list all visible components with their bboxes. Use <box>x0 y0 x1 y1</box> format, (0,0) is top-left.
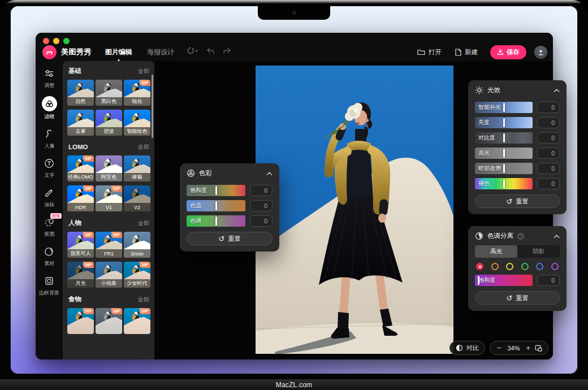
slider-handle[interactable] <box>503 103 505 112</box>
brightness-slider[interactable]: 亮度 <box>475 117 533 128</box>
filter-thumb[interactable]: VIP锐化 <box>124 80 150 106</box>
reset-button[interactable]: ↺重置 <box>475 291 560 305</box>
see-all-link[interactable]: 全部 <box>138 67 149 75</box>
see-all-link[interactable]: 全部 <box>138 296 149 304</box>
filter-thumb[interactable]: 移轴 <box>124 155 150 181</box>
slider-value[interactable]: 0 <box>250 200 273 211</box>
reset-button[interactable]: ↺重置 <box>475 194 560 208</box>
zoom-out-button[interactable]: − <box>496 344 503 352</box>
sidebar-item-filters[interactable]: 滤镜 <box>36 96 63 120</box>
chevron-up-icon[interactable] <box>554 88 560 93</box>
tab-highlights[interactable]: 高光 <box>475 245 517 258</box>
redo-icon[interactable] <box>223 47 232 57</box>
filter-thumb[interactable]: VIP <box>67 308 94 334</box>
highlights-slider[interactable]: 高光 <box>475 148 533 159</box>
slider-value[interactable]: 0 <box>537 117 560 128</box>
filter-thumb[interactable]: VIP <box>96 308 122 334</box>
split-saturation-slider[interactable]: 饱和度 <box>475 275 533 286</box>
zoom-control: − 34% + <box>490 341 548 355</box>
slider-value[interactable]: 0 <box>537 132 560 144</box>
slider-handle[interactable] <box>215 186 217 195</box>
zoom-button[interactable] <box>63 38 70 44</box>
filter-thumb[interactable]: VIP月光 <box>67 262 94 288</box>
filter-thumb[interactable]: 碧波 <box>96 110 122 136</box>
slider-handle[interactable] <box>215 216 217 226</box>
tint-slider[interactable]: 色调 <box>187 215 245 227</box>
slider-handle[interactable] <box>478 276 479 285</box>
chevron-up-icon[interactable] <box>554 234 560 239</box>
undo-icon[interactable] <box>206 47 215 57</box>
sidebar-item-border-background[interactable]: 边框背景 <box>36 274 63 297</box>
reset-button[interactable]: ↺重置 <box>187 232 273 245</box>
tab-photo-edit[interactable]: 图片编辑 <box>105 47 132 57</box>
slider-handle[interactable] <box>503 133 505 142</box>
swatch-blue[interactable] <box>536 263 543 270</box>
filter-scrollbar[interactable] <box>152 75 153 138</box>
filter-thumb[interactable]: VIP经典LOMO <box>67 155 94 181</box>
slider-value[interactable]: 0 <box>537 178 560 189</box>
slider-handle[interactable] <box>503 164 505 173</box>
sidebar-item-portrait[interactable]: 人像 <box>36 127 63 150</box>
section-title: 人物 <box>68 219 81 227</box>
vip-badge: VIP <box>83 185 94 192</box>
chevron-up-icon[interactable] <box>266 171 273 176</box>
fade-slider[interactable]: 褪色 <box>475 178 533 189</box>
tab-poster-design[interactable]: 海报设计 <box>147 47 174 57</box>
filter-thumb[interactable]: 小纸条 <box>96 262 122 288</box>
help-icon[interactable]: ? <box>517 233 524 240</box>
slider-value[interactable]: 0 <box>250 215 273 227</box>
sidebar-item-adjust[interactable]: 调整 <box>36 67 63 89</box>
temperature-slider[interactable]: 色温 <box>187 200 245 211</box>
sidebar-item-materials[interactable]: 素材 <box>36 245 63 267</box>
filter-thumb[interactable]: V2 <box>124 185 150 211</box>
slider-handle[interactable] <box>503 149 505 158</box>
slider-value[interactable]: 0 <box>537 163 560 174</box>
filter-thumb[interactable]: VIP甜美可人 <box>67 232 94 258</box>
filter-thumb[interactable]: VIPFR1 <box>96 232 122 258</box>
shadow-recovery-slider[interactable]: 暗部改善 <box>475 163 533 174</box>
swatch-purple[interactable] <box>551 263 559 270</box>
filter-thumb[interactable]: VIP少女时代 <box>124 262 150 288</box>
contrast-slider[interactable]: 对比度 <box>475 132 533 144</box>
photo-image[interactable] <box>256 66 453 354</box>
user-avatar[interactable] <box>534 46 547 59</box>
sidebar-item-text[interactable]: 文字 <box>36 157 63 179</box>
slider-value[interactable]: 0 <box>250 185 273 196</box>
slider-handle[interactable] <box>215 201 217 210</box>
filter-thumb[interactable]: 去雾 <box>67 110 94 136</box>
filter-thumb[interactable]: 智能绘色 <box>124 110 150 136</box>
slider-handle[interactable] <box>503 118 505 127</box>
see-all-link[interactable]: 全部 <box>138 143 149 151</box>
filter-thumb[interactable]: VIPHDR <box>67 185 94 211</box>
slider-value[interactable]: 0 <box>537 148 560 159</box>
panel-title: 色调分离 <box>487 232 513 240</box>
filter-thumb[interactable]: Snow <box>124 232 150 258</box>
swatch-orange[interactable] <box>491 263 499 270</box>
history-icon[interactable] <box>187 47 198 57</box>
slider-value[interactable]: 0 <box>537 275 560 286</box>
open-button[interactable]: 打开 <box>417 48 442 57</box>
sidebar-item-cutout[interactable]: 限免 抠图 <box>36 215 63 238</box>
save-button[interactable]: 保存 <box>490 45 526 59</box>
fit-screen-icon[interactable] <box>535 345 542 352</box>
close-button[interactable] <box>43 38 49 44</box>
slider-handle[interactable] <box>503 179 505 188</box>
slider-value[interactable]: 0 <box>537 102 560 113</box>
zoom-in-button[interactable]: + <box>525 344 531 352</box>
tab-shadows[interactable]: 阴影 <box>517 245 560 258</box>
filter-thumb[interactable]: 黑白色 <box>96 80 122 106</box>
minimize-button[interactable] <box>53 38 59 44</box>
swatch-green[interactable] <box>521 263 529 270</box>
compare-button[interactable]: 对比 <box>449 341 485 355</box>
see-all-link[interactable]: 全部 <box>138 219 149 227</box>
filter-thumb[interactable]: VIPV1 <box>96 185 122 211</box>
new-button[interactable]: 新建 <box>455 48 478 57</box>
filter-thumb[interactable]: 自然 <box>67 80 94 106</box>
filter-thumb[interactable]: 阿宝色 <box>96 155 122 181</box>
swatch-red[interactable] <box>476 263 483 270</box>
smart-fill-light-slider[interactable]: 智能补光 <box>475 102 533 113</box>
swatch-yellow[interactable] <box>506 263 513 270</box>
filter-thumb[interactable]: VIP <box>124 308 150 334</box>
sidebar-item-smudge[interactable]: 涂抹 <box>36 186 63 209</box>
saturation-slider[interactable]: 饱和度 <box>187 185 245 196</box>
